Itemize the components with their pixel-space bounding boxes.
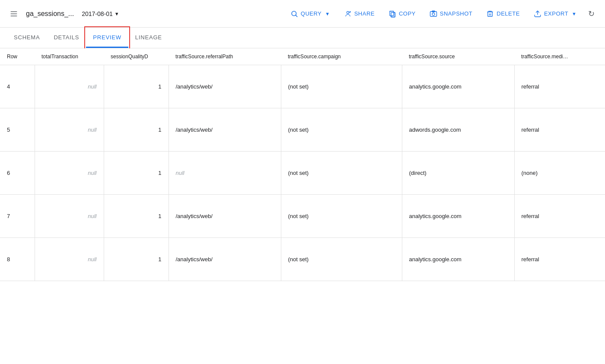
refresh-button[interactable]: ↻ <box>585 6 599 22</box>
refresh-icon: ↻ <box>588 9 595 19</box>
preview-table: Row totalTransaction sessionQualityD tra… <box>0 48 605 281</box>
cell-campaign: (not set) <box>281 65 402 108</box>
cell-campaign: (not set) <box>281 238 402 281</box>
export-button[interactable]: EXPORT ▼ <box>528 6 583 21</box>
table-row: 8 null 1 /analytics/web/ (not set) analy… <box>0 238 605 281</box>
cell-medium: referral <box>514 108 605 152</box>
cell-campaign: (not set) <box>281 108 402 152</box>
snapshot-button[interactable]: SNAPSHOT <box>424 6 479 21</box>
cell-source: analytics.google.com <box>402 238 514 281</box>
tab-lineage[interactable]: LINEAGE <box>128 28 169 48</box>
cell-sessionQuality: 1 <box>104 65 169 108</box>
cell-sessionQuality: 1 <box>104 152 169 195</box>
tab-details[interactable]: DETAILS <box>47 28 86 48</box>
copy-label: COPY <box>399 10 416 17</box>
share-label: SHARE <box>354 10 375 17</box>
table-header-row: Row totalTransaction sessionQualityD tra… <box>0 48 605 65</box>
snapshot-label: SNAPSHOT <box>440 10 473 17</box>
copy-button[interactable]: COPY <box>382 6 422 21</box>
delete-icon <box>486 10 494 18</box>
copy-icon <box>388 10 396 18</box>
cell-totalTransaction: null <box>35 195 104 238</box>
export-label: EXPORT <box>544 10 568 17</box>
cell-referralPath: /analytics/web/ <box>169 238 281 281</box>
tab-preview[interactable]: PREVIEW <box>86 28 128 48</box>
query-button[interactable]: QUERY ▼ <box>284 6 336 21</box>
cell-totalTransaction: null <box>35 65 104 108</box>
table-row: 4 null 1 /analytics/web/ (not set) analy… <box>0 65 605 108</box>
export-icon <box>534 10 541 18</box>
cell-referralPath: /analytics/web/ <box>169 65 281 108</box>
svg-line-4 <box>296 15 297 16</box>
col-header-source: trafficSource.source <box>402 48 514 65</box>
dataset-title: ga_sessions_... <box>26 10 74 18</box>
cell-source: adwords.google.com <box>402 108 514 152</box>
cell-medium: (none) <box>514 152 605 195</box>
cell-totalTransaction: null <box>35 238 104 281</box>
tabs-container: SCHEMA DETAILS PREVIEW LINEAGE <box>0 28 605 48</box>
delete-label: DELETE <box>497 10 520 17</box>
cell-row-number: 8 <box>0 238 35 281</box>
cell-campaign: (not set) <box>281 195 402 238</box>
col-header-sessionQualityD: sessionQualityD <box>104 48 169 65</box>
svg-point-12 <box>432 13 435 15</box>
delete-button[interactable]: DELETE <box>480 6 526 21</box>
tab-schema[interactable]: SCHEMA <box>7 28 47 48</box>
cell-medium: referral <box>514 195 605 238</box>
svg-rect-9 <box>390 11 394 16</box>
col-header-row: Row <box>0 48 35 65</box>
col-header-campaign: trafficSource.campaign <box>281 48 402 65</box>
cell-row-number: 4 <box>0 65 35 108</box>
toolbar: ga_sessions_... 2017-08-01 ▼ QUERY ▼ SHA… <box>0 0 605 28</box>
cell-totalTransaction: null <box>35 108 104 152</box>
snapshot-icon <box>430 10 437 18</box>
svg-line-7 <box>348 12 350 13</box>
col-header-totalTransaction: totalTransaction <box>35 48 104 65</box>
svg-rect-1 <box>11 13 17 14</box>
cell-row-number: 6 <box>0 152 35 195</box>
cell-source: analytics.google.com <box>402 65 514 108</box>
cell-row-number: 5 <box>0 108 35 152</box>
cell-referralPath: /analytics/web/ <box>169 195 281 238</box>
share-icon <box>344 10 352 18</box>
svg-rect-2 <box>11 16 17 16</box>
date-value: 2017-08-01 <box>82 10 113 17</box>
date-dropdown-icon: ▼ <box>115 11 119 16</box>
export-arrow-icon: ▼ <box>572 11 576 16</box>
table-row: 6 null 1 null (not set) (direct) (none) <box>0 152 605 195</box>
data-table-container: Row totalTransaction sessionQualityD tra… <box>0 48 605 364</box>
cell-campaign: (not set) <box>281 152 402 195</box>
svg-rect-14 <box>488 12 493 16</box>
cell-sessionQuality: 1 <box>104 195 169 238</box>
cell-source: (direct) <box>402 152 514 195</box>
col-header-referralPath: trafficSource.referralPath <box>169 48 281 65</box>
cell-medium: referral <box>514 65 605 108</box>
table-row: 5 null 1 /analytics/web/ (not set) adwor… <box>0 108 605 152</box>
cell-totalTransaction: null <box>35 152 104 195</box>
cell-source: analytics.google.com <box>402 195 514 238</box>
cell-row-number: 7 <box>0 195 35 238</box>
cell-medium: referral <box>514 238 605 281</box>
share-button[interactable]: SHARE <box>338 6 381 21</box>
cell-sessionQuality: 1 <box>104 108 169 152</box>
col-header-medium: trafficSource.medi… <box>514 48 605 65</box>
cell-sessionQuality: 1 <box>104 238 169 281</box>
menu-icon[interactable] <box>7 7 21 21</box>
query-label: QUERY <box>301 10 322 17</box>
query-icon <box>290 10 298 18</box>
svg-rect-0 <box>11 11 17 12</box>
date-selector[interactable]: 2017-08-01 ▼ <box>77 8 124 20</box>
cell-referralPath: /analytics/web/ <box>169 108 281 152</box>
table-row: 7 null 1 /analytics/web/ (not set) analy… <box>0 195 605 238</box>
cell-referralPath: null <box>169 152 281 195</box>
query-arrow-icon: ▼ <box>325 11 330 16</box>
